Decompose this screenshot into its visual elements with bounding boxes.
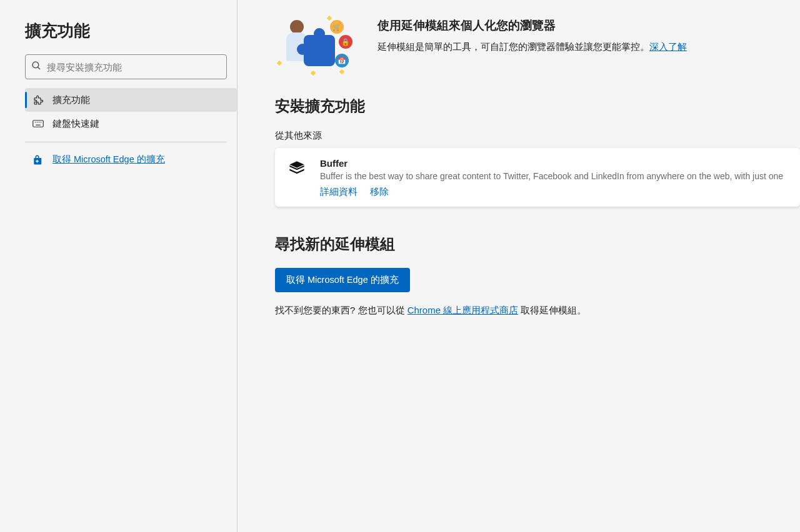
details-link[interactable]: 詳細資料 [320, 186, 358, 198]
main-content: 🛒 🔒 📅 使用延伸模組來個人化您的瀏覽器 延伸模組是簡單的工具，可自訂您的瀏覽… [238, 0, 800, 532]
svg-point-0 [32, 62, 39, 68]
svg-line-1 [38, 67, 40, 69]
puzzle-icon [32, 94, 44, 106]
search-input[interactable] [47, 62, 221, 72]
hero-illustration: 🛒 🔒 📅 [275, 17, 360, 75]
extension-description: Buffer is the best way to share great co… [320, 171, 786, 181]
find-section-title: 尋找新的延伸模組 [275, 234, 800, 254]
extension-card: Buffer Buffer is the best way to share g… [275, 148, 800, 207]
store-icon [32, 154, 44, 165]
source-label: 從其他來源 [275, 130, 800, 142]
svg-rect-2 [33, 121, 44, 127]
sidebar-nav: 擴充功能 鍵盤快速鍵 [25, 88, 237, 135]
hero-body: 延伸模組是簡單的工具，可自訂您的瀏覽器體驗並讓您更能掌控。深入了解 [378, 40, 687, 54]
page-title: 擴充功能 [25, 20, 227, 42]
hero-title: 使用延伸模組來個人化您的瀏覽器 [378, 17, 687, 34]
remove-link[interactable]: 移除 [370, 186, 389, 198]
hero-text: 使用延伸模組來個人化您的瀏覽器 延伸模組是簡單的工具，可自訂您的瀏覽器體驗並讓您… [378, 17, 687, 54]
sidebar-item-label: 擴充功能 [52, 94, 90, 106]
find-section: 尋找新的延伸模組 取得 Microsoft Edge 的擴充 找不到您要的東西?… [275, 234, 800, 317]
find-help-text: 找不到您要的東西? 您也可以從 Chrome 線上應用程式商店 取得延伸模組。 [275, 305, 800, 317]
installed-section-title: 安裝擴充功能 [275, 96, 800, 116]
get-edge-extensions-button[interactable]: 取得 Microsoft Edge 的擴充 [275, 268, 410, 292]
chrome-web-store-link[interactable]: Chrome 線上應用程式商店 [408, 305, 519, 315]
divider [25, 142, 227, 142]
store-link[interactable]: 取得 Microsoft Edge 的擴充 [52, 154, 165, 165]
sidebar-item-extensions[interactable]: 擴充功能 [25, 88, 237, 112]
extension-actions: 詳細資料 移除 [320, 186, 786, 198]
extension-body: Buffer Buffer is the best way to share g… [320, 158, 786, 198]
search-input-wrap[interactable] [25, 54, 227, 79]
learn-more-link[interactable]: 深入了解 [649, 41, 687, 52]
sidebar-item-label: 鍵盤快速鍵 [52, 118, 99, 130]
keyboard-icon [32, 118, 44, 129]
search-icon [31, 60, 47, 74]
sidebar: 擴充功能 擴充功能 鍵盤快速鍵 [0, 0, 238, 532]
extension-name: Buffer [320, 158, 786, 169]
hero-banner: 🛒 🔒 📅 使用延伸模組來個人化您的瀏覽器 延伸模組是簡單的工具，可自訂您的瀏覽… [275, 17, 800, 75]
svg-rect-9 [36, 160, 39, 162]
sidebar-item-keyboard-shortcuts[interactable]: 鍵盤快速鍵 [25, 112, 237, 135]
sidebar-store-link-row: 取得 Microsoft Edge 的擴充 [25, 151, 227, 168]
buffer-icon [288, 159, 306, 178]
